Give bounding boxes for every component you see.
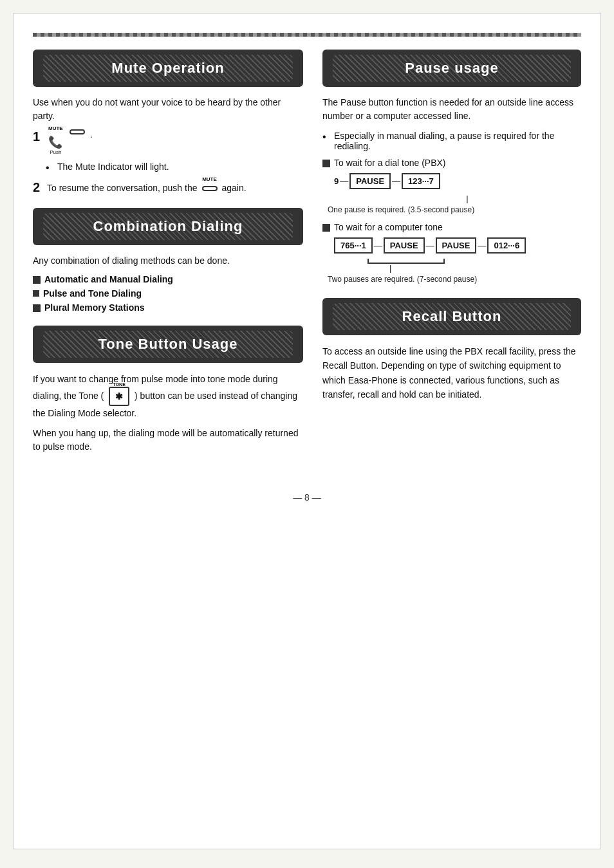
combination-body1: Any combination of dialing methods can b… xyxy=(33,254,303,268)
dial-diagram-2: 765···1 — PAUSE — PAUSE — 012···6 xyxy=(334,237,581,254)
step1-period: . xyxy=(90,129,93,140)
pause-usage-section: Pause usage The Pause button function is… xyxy=(322,50,581,285)
mute-label: MUTE xyxy=(48,125,63,131)
wait-tone-row: To wait for a dial tone (PBX) xyxy=(322,158,581,168)
recall-button-header: Recall Button xyxy=(322,298,581,335)
page-number: — 8 — xyxy=(33,492,581,503)
diag1-arrow1: — xyxy=(339,176,349,186)
recall-button-section: Recall Button To access an outside line … xyxy=(322,298,581,402)
page: Mute Operation Use when you do not want … xyxy=(13,13,601,849)
diag1-num2-box: 123···7 xyxy=(402,173,440,189)
wait-tone-sq xyxy=(322,160,330,167)
step2-text: To resume the conversation, push the xyxy=(47,183,197,193)
mute-phone-icon: MUTE 📞 Push xyxy=(48,129,63,155)
tone-button-icon: ✱ xyxy=(109,387,129,406)
mute-body1: Use when you do not want your voice to b… xyxy=(33,96,303,123)
combo-item-1: Automatic and Manual Dialing xyxy=(33,274,303,284)
diag1-vline: | xyxy=(353,194,581,203)
bullet-sq-1 xyxy=(33,276,41,284)
diag1-wrap: 9 — PAUSE — 123···7 | xyxy=(334,173,581,203)
brace-line-left xyxy=(367,259,406,264)
diag2-num1-box: 765···1 xyxy=(334,237,373,254)
bullet-sq-3 xyxy=(33,304,41,312)
diag1-num: 9 xyxy=(334,176,339,186)
dial-diagram-1: 9 — PAUSE — 123···7 xyxy=(334,173,581,189)
tone-button-section: Tone Button Usage If you want to change … xyxy=(33,326,303,454)
tone-btn-wrap: TONE ✱ xyxy=(109,387,129,406)
pause-bullet1-text: Especially in manual dialing, a pause is… xyxy=(334,131,581,151)
pause-usage-header: Pause usage xyxy=(322,50,581,87)
mute-step2: 2 To resume the conversation, push the M… xyxy=(33,180,303,195)
step1-num: 1 xyxy=(33,129,43,144)
recall-button-title: Recall Button xyxy=(333,303,571,330)
diag1-note: One pause is required. (3.5-second pause… xyxy=(328,204,581,216)
wait-comp-row: To wait for a computer tone xyxy=(322,222,581,232)
diag2-brace xyxy=(367,259,581,264)
tone-body1: If you want to change from pulse mode in… xyxy=(33,372,303,420)
combination-dialing-title: Combination Dialing xyxy=(43,213,293,240)
pause-usage-title: Pause usage xyxy=(333,55,571,82)
bullet-sq-2 xyxy=(33,290,39,297)
mute-operation-header: Mute Operation xyxy=(33,50,303,87)
tone-button-title: Tone Button Usage xyxy=(43,331,293,358)
diag2-vline: | xyxy=(389,264,581,272)
diag2-arrow2: — xyxy=(425,241,436,250)
tone-body2: When you hang up, the dialing mode will … xyxy=(33,427,303,454)
diag2-wrap: 765···1 — PAUSE — PAUSE — 012···6 | xyxy=(334,237,581,272)
combination-dialing-section: Combination Dialing Any combination of d… xyxy=(33,208,303,313)
mute-operation-title: Mute Operation xyxy=(43,55,293,82)
mute-bullet1-text: The Mute Indicator will light. xyxy=(57,162,169,172)
recall-body1: To access an outside line using the PBX … xyxy=(322,344,581,402)
combination-dialing-header: Combination Dialing xyxy=(33,208,303,245)
diag2-note: Two pauses are required. (7-second pause… xyxy=(328,273,581,285)
step2-again: again. xyxy=(221,183,246,193)
pause-bullet-circle: • xyxy=(322,131,330,143)
diag2-num2-box: 012···6 xyxy=(487,237,526,254)
diag1-pause-box: PAUSE xyxy=(349,173,391,189)
step2-num: 2 xyxy=(33,180,43,195)
mute-step1: 1 MUTE 📞 Push . xyxy=(33,129,303,155)
right-column: Pause usage The Pause button function is… xyxy=(322,50,581,466)
step2-mute-button xyxy=(202,186,218,191)
diag2-pause2-box: PAUSE xyxy=(436,237,477,254)
combo-item-2-text: Pulse and Tone Dialing xyxy=(43,288,142,299)
combo-item-3-text: Plural Memory Stations xyxy=(44,302,145,313)
diag2-arrow1: — xyxy=(373,241,384,250)
tone-button-header: Tone Button Usage xyxy=(33,326,303,363)
left-column: Mute Operation Use when you do not want … xyxy=(33,50,303,466)
combo-item-1-text: Automatic and Manual Dialing xyxy=(44,274,173,284)
diag2-arrow3: — xyxy=(476,241,487,250)
mute-operation-section: Mute Operation Use when you do not want … xyxy=(33,50,303,195)
mute-button-icon xyxy=(70,129,85,134)
step2-mute-wrap: MUTE xyxy=(201,183,218,193)
combo-item-2: Pulse and Tone Dialing xyxy=(33,288,303,299)
mute-bullet1: • The Mute Indicator will light. xyxy=(46,162,303,174)
phone-icon: 📞 xyxy=(48,135,62,149)
step2-mute-label: MUTE xyxy=(202,176,217,182)
bullet-circle-icon: • xyxy=(46,162,53,174)
diag1-arrow2: — xyxy=(391,176,402,186)
combo-item-3: Plural Memory Stations xyxy=(33,302,303,313)
top-border xyxy=(33,33,581,37)
brace-line-right xyxy=(406,259,445,264)
diag2-pause1-box: PAUSE xyxy=(384,237,425,254)
wait-comp-sq xyxy=(322,224,330,232)
push-label: Push xyxy=(50,149,61,155)
wait-tone-label: To wait for a dial tone (PBX) xyxy=(334,158,446,168)
pause-body1: The Pause button function is needed for … xyxy=(322,96,581,123)
wait-comp-label: To wait for a computer tone xyxy=(334,222,443,232)
pause-bullet1: • Especially in manual dialing, a pause … xyxy=(322,131,581,151)
